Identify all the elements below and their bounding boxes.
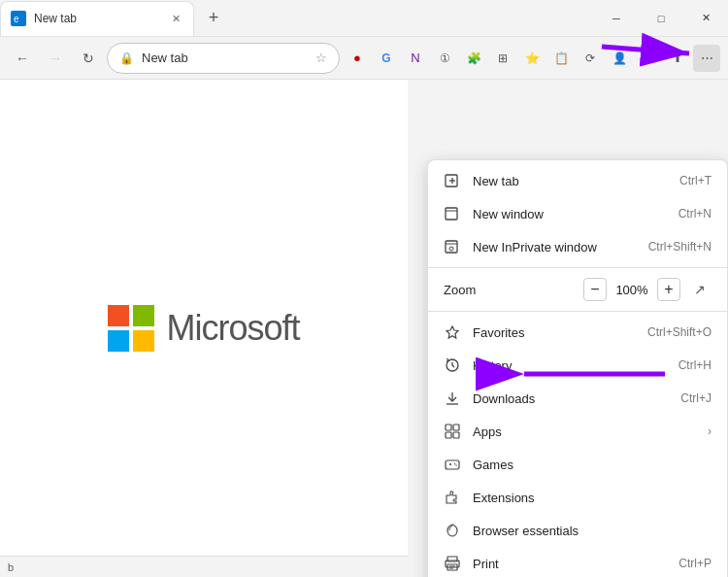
divider-1 xyxy=(428,267,727,268)
menu-shortcut-history: Ctrl+H xyxy=(678,358,711,372)
menu-item-extensions[interactable]: Extensions xyxy=(428,481,727,514)
svg-point-22 xyxy=(455,464,456,465)
menu-shortcut-print: Ctrl+P xyxy=(678,557,711,570)
svg-text:e: e xyxy=(14,14,19,24)
menu-shortcut-inprivate: Ctrl+Shift+N xyxy=(648,240,711,254)
svg-point-9 xyxy=(449,247,453,251)
zoom-control-row: Zoom − 100% + ↗ xyxy=(428,272,727,307)
menu-label-downloads: Downloads xyxy=(473,391,669,406)
address-lock-icon: 🔒 xyxy=(119,51,134,65)
minimize-button[interactable]: ─ xyxy=(594,0,639,37)
zoom-value: 100% xyxy=(614,283,649,297)
tab-title: New tab xyxy=(34,12,160,25)
forward-button[interactable]: → xyxy=(41,44,70,73)
menu-item-inprivate[interactable]: New InPrivate window Ctrl+Shift+N xyxy=(428,230,727,263)
history-menu-icon xyxy=(444,356,461,374)
title-bar: e New tab ✕ + ─ □ ✕ xyxy=(0,0,728,37)
window-controls: ─ □ ✕ xyxy=(594,0,728,36)
main-content: Microsoft b xyxy=(0,80,408,577)
svg-rect-18 xyxy=(446,460,459,469)
menu-shortcut-new-window: Ctrl+N xyxy=(678,207,711,221)
menu-label-print: Print xyxy=(473,557,667,571)
zoom-out-button[interactable]: − xyxy=(583,278,607,301)
svg-rect-5 xyxy=(446,208,457,220)
extensions-menu-icon xyxy=(444,489,461,506)
collections-icon[interactable]: 📋 xyxy=(547,45,575,72)
svg-rect-14 xyxy=(446,424,451,430)
menu-item-games[interactable]: Games xyxy=(428,448,727,481)
split-icon[interactable]: ⊞ xyxy=(489,45,516,72)
address-input[interactable] xyxy=(142,51,308,65)
navigation-bar: ← → ↻ 🔒 ☆ ● G N ① 🧩 ⊞ ⭐ 📋 ⟳ 👤 💳 ⬆ ⋯ xyxy=(0,37,728,80)
menu-label-history: History xyxy=(473,358,667,373)
new-tab-button[interactable]: + xyxy=(198,3,229,34)
inprivate-icon xyxy=(444,238,461,255)
status-text: b xyxy=(8,561,14,573)
active-tab[interactable]: e New tab ✕ xyxy=(0,1,194,36)
menu-label-browser-essentials: Browser essentials xyxy=(473,524,711,538)
microsoft-logo: Microsoft xyxy=(108,305,299,352)
tab-close-button[interactable]: ✕ xyxy=(168,11,183,26)
menu-label-new-window: New window xyxy=(473,207,667,221)
menu-label-inprivate: New InPrivate window xyxy=(473,240,637,255)
menu-shortcut-new-tab: Ctrl+T xyxy=(679,174,711,187)
status-bar: b xyxy=(0,556,408,577)
menu-label-extensions: Extensions xyxy=(473,491,711,505)
menu-label-games: Games xyxy=(473,458,711,472)
tab-favicon: e xyxy=(11,11,26,26)
menu-label-favorites: Favorites xyxy=(473,325,636,340)
microsoft-text: Microsoft xyxy=(166,308,299,349)
address-star-icon: ☆ xyxy=(315,51,327,65)
menu-item-history[interactable]: History Ctrl+H xyxy=(428,349,727,382)
ms-yellow-square xyxy=(133,330,154,352)
svg-rect-17 xyxy=(453,432,459,438)
close-button[interactable]: ✕ xyxy=(683,0,728,37)
zoom-label: Zoom xyxy=(444,283,576,297)
onenote-icon[interactable]: N xyxy=(402,45,429,72)
svg-point-21 xyxy=(454,463,455,464)
menu-item-new-window[interactable]: New window Ctrl+N xyxy=(428,197,727,230)
profile-icon[interactable]: 👤 xyxy=(606,45,633,72)
reader-icon[interactable]: ① xyxy=(431,45,458,72)
apps-menu-icon xyxy=(444,423,461,440)
tab-area: e New tab ✕ + xyxy=(0,0,594,36)
back-button[interactable]: ← xyxy=(8,44,37,73)
share-icon[interactable]: ⬆ xyxy=(664,45,691,72)
menu-label-new-tab: New tab xyxy=(473,174,668,188)
menu-label-apps: Apps xyxy=(473,424,696,439)
zoom-expand-button[interactable]: ↗ xyxy=(688,278,711,301)
divider-2 xyxy=(428,311,727,312)
games-menu-icon xyxy=(444,456,461,473)
favorites-menu-icon xyxy=(444,323,461,341)
address-bar[interactable]: 🔒 ☆ xyxy=(107,43,340,74)
browser-essentials-menu-icon xyxy=(444,522,461,539)
menu-item-browser-essentials[interactable]: Browser essentials xyxy=(428,514,727,547)
ms-green-square xyxy=(133,305,154,326)
google-icon[interactable]: G xyxy=(373,45,400,72)
context-menu: New tab Ctrl+T New window Ctrl+N New InP… xyxy=(427,159,728,577)
zoom-in-button[interactable]: + xyxy=(657,278,680,301)
settings-menu-button[interactable]: ⋯ xyxy=(693,45,720,72)
menu-item-favorites[interactable]: Favorites Ctrl+Shift+O xyxy=(428,316,727,349)
toolbar-icons: ● G N ① 🧩 ⊞ ⭐ 📋 ⟳ 👤 💳 ⬆ ⋯ xyxy=(344,45,720,72)
menu-item-downloads[interactable]: Downloads Ctrl+J xyxy=(428,382,727,415)
wallet-icon[interactable]: 💳 xyxy=(635,45,662,72)
menu-item-new-tab[interactable]: New tab Ctrl+T xyxy=(428,164,727,197)
svg-rect-15 xyxy=(453,424,459,430)
downloads-menu-icon xyxy=(444,390,461,407)
menu-shortcut-favorites: Ctrl+Shift+O xyxy=(647,325,711,339)
refresh-button[interactable]: ↻ xyxy=(74,44,103,73)
menu-item-print[interactable]: Print Ctrl+P xyxy=(428,547,727,577)
extensions-icon[interactable]: 🧩 xyxy=(460,45,487,72)
menu-shortcut-downloads: Ctrl+J xyxy=(680,391,711,405)
new-tab-icon xyxy=(444,172,461,189)
maximize-button[interactable]: □ xyxy=(639,0,683,37)
print-menu-icon xyxy=(444,555,461,572)
ms-grid-logo xyxy=(108,305,154,352)
apps-arrow-icon: › xyxy=(708,424,711,438)
favorites-icon[interactable]: ⭐ xyxy=(518,45,546,72)
opera-icon[interactable]: ● xyxy=(344,45,371,72)
history-icon[interactable]: ⟳ xyxy=(577,45,604,72)
ms-blue-square xyxy=(108,330,129,352)
menu-item-apps[interactable]: Apps › xyxy=(428,415,727,448)
